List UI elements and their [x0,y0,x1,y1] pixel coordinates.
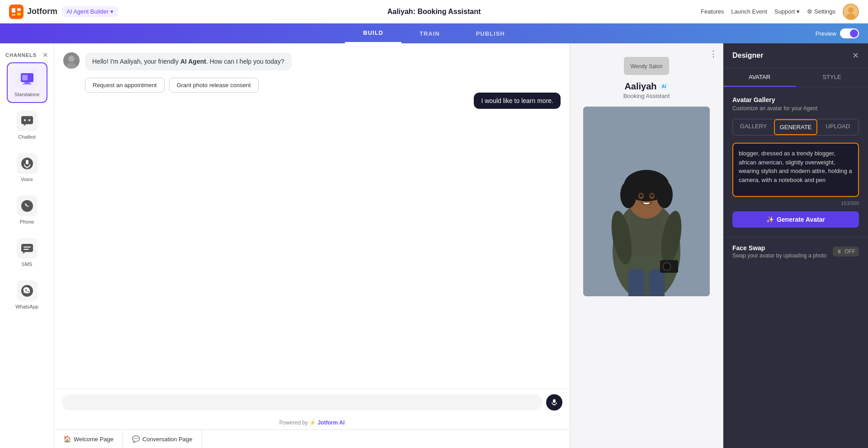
welcome-page-tab[interactable]: 🏠 Welcome Page [54,430,123,448]
svg-rect-33 [628,269,644,296]
designer-panel: Designer ✕ AVATAR STYLE Avatar Gallery C… [723,43,868,448]
svg-rect-4 [12,14,15,15]
char-count: 153/500 [732,201,859,206]
designer-tab-avatar[interactable]: AVATAR [723,68,796,87]
channels-header: CHANNELS ✕ [0,48,54,62]
sidebar-item-whatsapp[interactable]: WhatsApp [7,275,47,315]
ai-badge: AI [660,83,669,90]
tab-build[interactable]: BUILD [345,23,401,43]
standalone-label: Standalone [14,92,40,97]
svg-rect-3 [17,13,21,15]
sidebar-item-standalone[interactable]: Standalone [7,62,47,103]
tab-train[interactable]: TRAIN [401,23,458,43]
settings-link[interactable]: ⚙ Settings [807,8,835,15]
features-link[interactable]: Features [701,8,724,15]
prompt-textarea[interactable]: blogger, dressed as a trendy blogger, af… [732,143,859,197]
request-appointment-btn[interactable]: Request an appointment [85,78,165,93]
svg-text:Wendy Salon: Wendy Salon [630,63,662,70]
face-swap-title: Face Swap [732,244,826,252]
avatar-gallery-subtitle: Customize an avatar for your Agent [732,105,859,112]
voice-icon [17,153,38,174]
conversation-page-tab[interactable]: 💬 Conversation Page [123,430,202,448]
tab-bar: BUILD TRAIN PUBLISH Preview [0,23,868,43]
chevron-down-icon: ▾ [110,8,113,15]
sidebar-item-voice[interactable]: Voice [7,147,47,188]
close-designer-button[interactable]: ✕ [852,51,859,61]
svg-rect-20 [21,244,33,252]
nav-left: Jotform AI Agent Builder ▾ [9,5,118,19]
ai-builder-badge[interactable]: AI Agent Builder ▾ [62,6,118,17]
svg-point-6 [848,7,854,13]
jotform-logo[interactable]: Jotform [9,5,57,19]
face-swap-toggle[interactable]: ⏸ OFF [833,247,859,257]
launch-event-link[interactable]: Launch Event [731,8,767,15]
face-swap-section: Face Swap Swap your avatar by uploading … [723,237,868,266]
svg-rect-1 [12,8,15,13]
chat-input-area [54,388,570,416]
agent-chat-bubble: Hello! I'm Aaliyah, your friendly AI Age… [85,52,292,70]
agent-message-row: Hello! I'm Aaliyah, your friendly AI Age… [63,52,561,70]
user-message-row: I would like to learn more. [63,93,561,109]
gallery-tab-upload[interactable]: UPLOAD [817,119,859,135]
page-title: Aaliyah: Booking Assistant [387,8,481,16]
jotform-logo-icon [9,5,24,19]
designer-avatar-section: Avatar Gallery Customize an avatar for y… [723,87,868,237]
svg-point-39 [656,181,673,208]
avatar-panel: ⋮ Wendy Salon Aaliyah AI Booking Assista… [570,43,723,448]
avatar-image-container [583,107,710,296]
svg-rect-13 [21,116,33,124]
preview-label: Preview [816,30,836,37]
agent-avatar [63,52,80,69]
chat-input[interactable] [61,394,542,411]
gallery-tab-gallery[interactable]: GALLERY [733,119,774,135]
mic-button[interactable] [546,394,562,411]
face-swap-info: Face Swap Swap your avatar by uploading … [732,244,826,259]
jotform-ai-badge: ⚡ Jotform AI [309,420,344,426]
grant-consent-btn[interactable]: Grant photo release consent [169,78,259,93]
sidebar: CHANNELS ✕ Standalone [0,43,54,448]
designer-title: Designer [732,51,763,60]
avatar-preview: Wendy Salon Aaliyah AI Booking Assistant [570,43,723,448]
user-avatar[interactable] [843,4,859,20]
support-link[interactable]: Support ▾ [774,8,800,15]
chat-content: Hello! I'm Aaliyah, your friendly AI Age… [54,43,570,388]
svg-point-14 [24,119,26,121]
more-options-icon[interactable]: ⋮ [709,49,717,59]
channels-label: CHANNELS [5,52,37,58]
preview-toggle: Preview [816,28,859,38]
greeting-text: Hello! I'm Aaliyah, your friendly AI Age… [92,58,284,65]
svg-rect-34 [649,269,665,296]
generate-avatar-button[interactable]: ✨ Generate Avatar [732,211,859,228]
standalone-icon [17,68,38,89]
svg-rect-10 [23,84,32,84]
toggle-label: OFF [844,248,855,255]
sidebar-item-sms[interactable]: SMS [7,232,47,273]
welcome-tab-label: Welcome Page [74,436,113,443]
powered-by: Powered by ⚡ Jotform AI [54,416,570,429]
tab-publish[interactable]: PUBLISH [458,23,523,43]
svg-rect-0 [9,5,24,19]
action-buttons: Request an appointment Grant photo relea… [85,78,561,93]
whatsapp-label: WhatsApp [15,304,38,309]
close-sidebar-icon[interactable]: ✕ [42,51,48,59]
gallery-tabs: GALLERY GENERATE UPLOAD [732,119,859,135]
chatbot-icon [17,111,38,131]
svg-rect-2 [17,8,21,11]
gallery-tab-generate[interactable]: GENERATE [774,119,817,135]
toggle-knob [850,29,858,37]
sms-label: SMS [22,261,33,267]
preview-switch[interactable] [840,28,859,38]
svg-point-43 [651,194,653,197]
whatsapp-icon [17,280,38,301]
svg-point-25 [68,56,75,62]
sidebar-item-chatbot[interactable]: Chatbot [7,105,47,145]
sparkle-icon: ✨ [766,216,774,223]
mic-icon [551,399,558,406]
svg-rect-27 [553,399,556,403]
svg-rect-12 [22,75,28,80]
designer-tab-style[interactable]: STYLE [796,68,868,87]
designer-header: Designer ✕ [723,43,868,68]
sidebar-item-phone[interactable]: Phone [7,190,47,230]
chatbot-label: Chatbot [18,134,36,140]
avatar-figure [583,107,710,296]
